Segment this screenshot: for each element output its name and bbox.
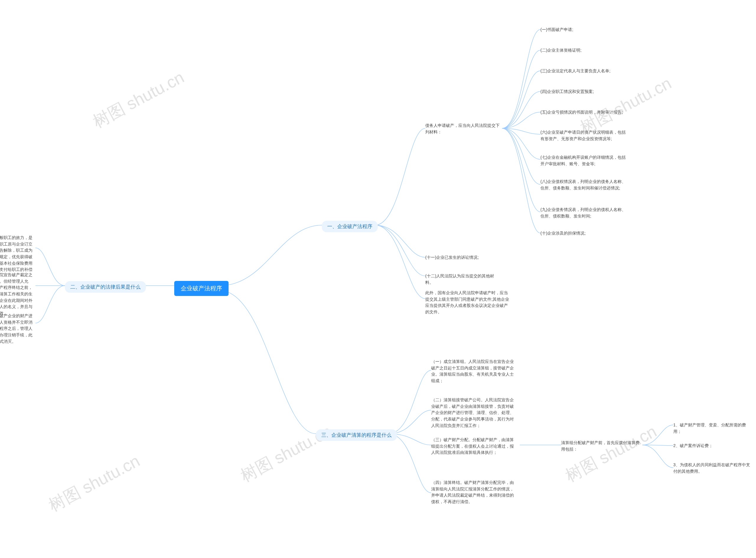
- branch1-sub1-item-10: (十)企业涉及的担保情况;: [540, 230, 586, 237]
- branch3-item-1: （一）成立清算组。人民法院应当在宣告企业破产之日起十五日内成立清算组，接管破产企…: [431, 358, 517, 384]
- mindmap-connectors: [0, 0, 756, 558]
- branch3-sub3-item-3: 3、为债权人的共同利益而在破产程序中支付的其他费用。: [673, 462, 750, 475]
- branch3-item-4: （四）清算终结。破产财产清算分配完毕，由清算组向人民法院汇报清算分配工作的情况，…: [431, 480, 517, 505]
- branch-3[interactable]: 三、企业破产清算的程序是什么: [316, 429, 397, 441]
- branch1-sub1-item-3: (三)企业法定代表人与主要负责人名单;: [540, 68, 610, 74]
- center-topic[interactable]: 企业破产法程序: [174, 281, 228, 296]
- branch1-sub1-item-4: (四)企业职工情况和安置预案;: [540, 88, 594, 95]
- watermark: 树图 shutu.cn: [89, 67, 188, 133]
- branch1-sub1-item-8: (八)企业债权情况表，列明企业的债务人名称、住所、债务数额、发生时间和催讨偿还情…: [540, 179, 626, 191]
- branch2-item-2: 破产企业应当自人民法院宣告破产裁定之日起停止生产经营活动。但经管理人允许，破产企…: [0, 272, 35, 316]
- branch3-sub3-item-1: 1、破产财产管理、变卖、分配所需的费用；: [673, 422, 750, 435]
- branch3-sub3-head: 清算组分配破产财产前，首先应拨付清算费用包括：: [561, 440, 641, 452]
- branch1-sub1-item-5: (五)企业亏损情况的书面说明，并附审计报告;: [540, 109, 623, 116]
- branch1-sub1-item-6: (六)企业至破产申请日的资产状况明细表，包括有形资产、无形资产和企业投资情况等;: [540, 129, 626, 142]
- watermark: 树图 shutu.cn: [562, 421, 661, 487]
- branch1-sub1-item-2: (二)企业主体资格证明;: [540, 47, 582, 54]
- branch1-sub1-item-1: (一)书面破产申请;: [540, 27, 573, 33]
- branch3-sub3-item-2: 2、破产案件诉讼费；: [673, 442, 713, 449]
- branch2-item-3: 破产宣告后，管理人对破产企业的财产进行变价分配，企业的法人资格并不立即消灭，只有…: [0, 313, 35, 345]
- branch1-sub1-item-7: (七)企业在金融机构开设账户的详细情况，包括开户审批材料、账号、资金等;: [540, 154, 626, 167]
- branch1-sub2: (十一)企业已发生的诉讼情况;: [425, 254, 479, 261]
- branch-2[interactable]: 二、企业破产的法律后果是什么: [65, 281, 146, 293]
- branch1-sub4: 此外，国有企业向人民法院申请破产时，应当提交其上级主管部门同意破产的文件;其他企…: [425, 290, 511, 315]
- branch1-sub1-item-9: (九)企业债务情况表，列明企业的债权人名称、住所、债权数额、发生时间;: [540, 207, 626, 219]
- branch1-sub3: (十二)人民法院认为应当提交的其他材料。: [425, 273, 502, 286]
- branch3-item-2: （二）清算组接管破产公司。人民法院宣告企业破产后，破产企业由清算组接管，负责对破…: [431, 397, 517, 429]
- watermark: 树图 shutu.cn: [45, 450, 144, 517]
- branch-1[interactable]: 一、企业破产法程序: [322, 221, 378, 232]
- branch1-sub1: 债务人申请破产，应当向人民法院提交下列材料：: [425, 123, 502, 135]
- branch3-item-3: （三）破产财产分配。分配破产财产，由清算组提出分配方案，在债权人会上讨论通过，报…: [431, 437, 517, 456]
